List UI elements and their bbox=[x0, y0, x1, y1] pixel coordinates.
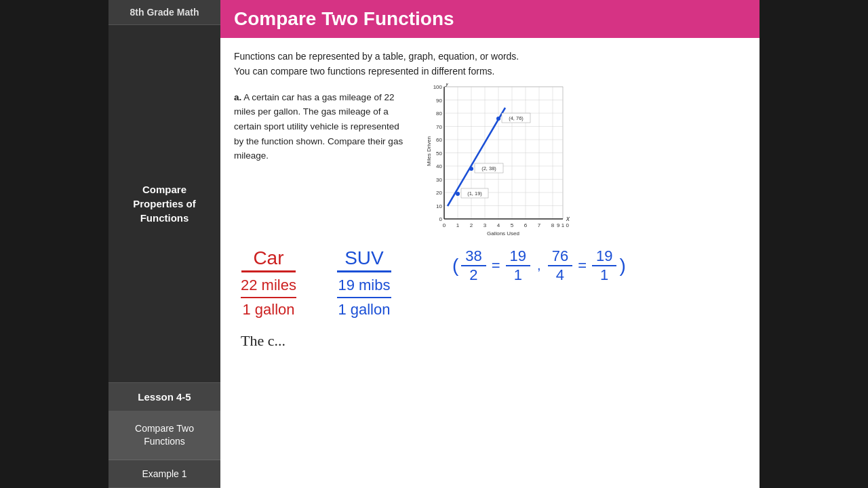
svg-text:40: 40 bbox=[436, 163, 442, 169]
svg-text:70: 70 bbox=[436, 123, 442, 129]
paren-close: ) bbox=[619, 255, 625, 277]
svg-text:6: 6 bbox=[524, 222, 528, 228]
intro-line1: Functions can be represented by a table,… bbox=[234, 51, 519, 62]
car-column: Car 22 miles 1 gallon bbox=[241, 247, 296, 319]
svg-text:8: 8 bbox=[551, 222, 555, 228]
intro-text: Functions can be represented by a table,… bbox=[234, 49, 746, 79]
conclusion-text: The c... bbox=[234, 332, 746, 350]
suv-label: SUV bbox=[337, 247, 391, 269]
frac-38-2: 38 2 bbox=[461, 247, 486, 284]
svg-text:Gallons Used: Gallons Used bbox=[487, 230, 519, 237]
sidebar-lesson-label: Lesson 4-5 bbox=[108, 383, 220, 411]
svg-text:10: 10 bbox=[436, 203, 442, 209]
black-bar-left bbox=[0, 0, 108, 488]
suv-miles: 19 mibs bbox=[337, 277, 391, 298]
sidebar-grade-label: 8th Grade Math bbox=[108, 0, 220, 25]
svg-text:(4, 76): (4, 76) bbox=[509, 115, 524, 121]
suv-column: SUV 19 mibs 1 gallon bbox=[337, 247, 391, 319]
intro-line2: You can compare two functions represente… bbox=[234, 66, 494, 77]
frac-76-4: 76 4 bbox=[548, 247, 572, 284]
problem-label: a. bbox=[234, 92, 241, 102]
page-title: Compare Two Functions bbox=[234, 8, 454, 30]
svg-point-49 bbox=[469, 167, 473, 171]
handwritten-section: Car 22 miles 1 gallon SUV 19 mibs 1 gall… bbox=[241, 247, 746, 319]
svg-text:4: 4 bbox=[497, 222, 500, 228]
sidebar-section-title: Compare Properties of Functions bbox=[108, 25, 220, 383]
title-bar: Compare Two Functions bbox=[220, 0, 760, 38]
svg-text:30: 30 bbox=[436, 176, 442, 182]
svg-text:9 1 0: 9 1 0 bbox=[557, 222, 569, 228]
svg-text:20: 20 bbox=[436, 190, 442, 196]
equals-1: = bbox=[492, 257, 500, 274]
svg-text:x: x bbox=[566, 215, 570, 222]
problem-description: A certain car has a gas mileage of 22 mi… bbox=[234, 92, 403, 161]
svg-text:0: 0 bbox=[439, 216, 443, 222]
sidebar-topic-label: Compare Two Functions bbox=[108, 411, 220, 460]
content-body: Functions can be represented by a table,… bbox=[220, 38, 760, 488]
svg-text:y: y bbox=[445, 83, 450, 87]
frac-19-1: 19 1 bbox=[506, 247, 530, 284]
svg-point-50 bbox=[496, 117, 500, 121]
fractions-section: ( 38 2 = 19 1 , 76 4 bbox=[452, 247, 626, 284]
svg-text:7: 7 bbox=[538, 222, 541, 228]
graph-container: 0 10 20 30 40 50 60 70 80 90 100 bbox=[424, 83, 587, 239]
car-gallon: 1 gallon bbox=[241, 301, 296, 319]
frac-19-1-b: 19 1 bbox=[592, 247, 616, 284]
sidebar-example-label: Example 1 bbox=[108, 460, 220, 488]
svg-text:(2, 38): (2, 38) bbox=[481, 165, 496, 171]
svg-text:80: 80 bbox=[436, 110, 442, 117]
problem-area: a. A certain car has a gas mileage of 22… bbox=[234, 90, 746, 239]
svg-text:1: 1 bbox=[456, 222, 460, 228]
suv-gallon: 1 gallon bbox=[337, 301, 391, 319]
comma-separator: , bbox=[537, 258, 541, 273]
svg-text:Miles Driven: Miles Driven bbox=[426, 136, 432, 166]
content-area: Compare Two Functions Functions can be r… bbox=[220, 0, 760, 488]
conclusion-partial: The c... bbox=[241, 332, 285, 349]
svg-text:3: 3 bbox=[484, 222, 487, 228]
car-label: Car bbox=[241, 247, 296, 269]
problem-text: a. A certain car has a gas mileage of 22… bbox=[234, 90, 410, 239]
svg-text:100: 100 bbox=[433, 84, 443, 90]
car-miles: 22 miles bbox=[241, 277, 296, 298]
svg-text:2: 2 bbox=[470, 222, 473, 228]
svg-text:(1, 19): (1, 19) bbox=[467, 190, 482, 197]
svg-text:50: 50 bbox=[436, 150, 442, 156]
black-bar-right bbox=[760, 0, 868, 488]
svg-point-48 bbox=[456, 192, 460, 196]
graph-svg: 0 10 20 30 40 50 60 70 80 90 100 bbox=[424, 83, 573, 239]
svg-text:90: 90 bbox=[436, 97, 442, 103]
svg-text:0: 0 bbox=[443, 222, 446, 228]
paren-open: ( bbox=[452, 255, 458, 277]
svg-text:5: 5 bbox=[511, 222, 514, 228]
graph-wrapper: 0 10 20 30 40 50 60 70 80 90 100 bbox=[424, 83, 573, 239]
svg-text:60: 60 bbox=[436, 137, 442, 143]
main-wrapper: 8th Grade Math Compare Properties of Fun… bbox=[108, 0, 760, 488]
sidebar: 8th Grade Math Compare Properties of Fun… bbox=[108, 0, 220, 488]
equals-2: = bbox=[578, 257, 587, 274]
